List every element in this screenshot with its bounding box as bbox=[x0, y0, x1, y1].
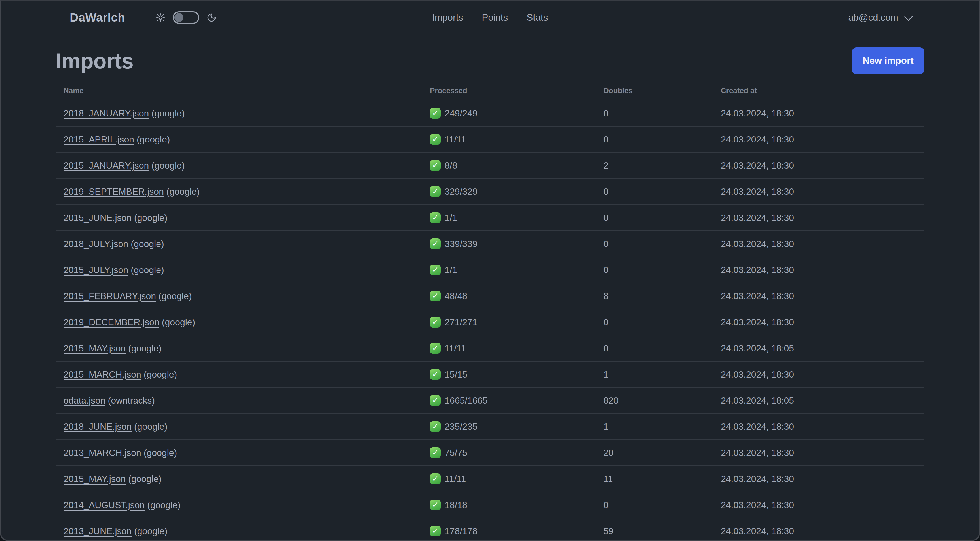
doubles-count: 820 bbox=[595, 396, 713, 406]
name-cell: 2013_JUNE.json (google) bbox=[56, 526, 422, 536]
success-check-icon: ✓ bbox=[430, 186, 441, 197]
user-menu[interactable]: ab@cd.com bbox=[848, 12, 911, 23]
created-at: 24.03.2024, 18:30 bbox=[713, 265, 924, 275]
import-source: (google) bbox=[144, 369, 177, 380]
name-cell: 2018_JANUARY.json (google) bbox=[56, 108, 422, 119]
created-at: 24.03.2024, 18:30 bbox=[713, 134, 924, 145]
import-file-link[interactable]: 2015_APRIL.json bbox=[64, 134, 134, 144]
processed-count: 271/271 bbox=[445, 317, 477, 327]
name-cell: 2013_MARCH.json (google) bbox=[56, 448, 422, 458]
success-check-icon: ✓ bbox=[430, 343, 441, 354]
doubles-count: 0 bbox=[595, 239, 713, 249]
import-file-link[interactable]: 2018_JUNE.json bbox=[64, 421, 132, 432]
processed-count: 178/178 bbox=[445, 526, 477, 536]
created-at: 24.03.2024, 18:30 bbox=[713, 212, 924, 223]
processed-count: 11/11 bbox=[445, 343, 466, 354]
import-file-link[interactable]: 2014_AUGUST.json bbox=[64, 500, 145, 510]
name-cell: 2015_MARCH.json (google) bbox=[56, 369, 422, 380]
name-cell: 2014_AUGUST.json (google) bbox=[56, 500, 422, 510]
success-check-icon: ✓ bbox=[430, 290, 441, 302]
import-source: (google) bbox=[131, 265, 164, 275]
processed-count: 339/339 bbox=[445, 239, 477, 249]
import-source: (google) bbox=[128, 474, 161, 484]
processed-cell: ✓ 249/249 bbox=[422, 108, 595, 119]
processed-count: 1665/1665 bbox=[445, 396, 487, 406]
import-file-link[interactable]: 2019_DECEMBER.json bbox=[64, 317, 159, 327]
import-source: (google) bbox=[151, 160, 185, 171]
processed-cell: ✓ 1/1 bbox=[422, 265, 595, 275]
new-import-button[interactable]: New import bbox=[852, 48, 924, 74]
name-cell: 2015_JANUARY.json (google) bbox=[56, 160, 422, 171]
doubles-count: 8 bbox=[595, 291, 713, 302]
import-source: (google) bbox=[147, 500, 180, 510]
import-file-link[interactable]: 2015_MAY.json bbox=[64, 474, 126, 484]
table-row: 2013_MARCH.json (google) ✓ 75/75 20 24.0… bbox=[56, 439, 924, 466]
table-row: 2018_JUNE.json (google) ✓ 235/235 1 24.0… bbox=[56, 413, 924, 439]
import-source: (google) bbox=[128, 343, 161, 353]
table-row: 2013_JUNE.json (google) ✓ 178/178 59 24.… bbox=[56, 518, 924, 541]
created-at: 24.03.2024, 18:30 bbox=[713, 526, 924, 536]
import-file-link[interactable]: 2019_SEPTEMBER.json bbox=[64, 187, 164, 197]
column-header-name: Name bbox=[56, 86, 422, 95]
import-file-link[interactable]: 2015_JANUARY.json bbox=[64, 160, 149, 171]
processed-cell: ✓ 18/18 bbox=[422, 500, 595, 510]
import-source: (google) bbox=[144, 448, 177, 458]
table-row: 2015_JULY.json (google) ✓ 1/1 0 24.03.20… bbox=[56, 257, 924, 283]
processed-cell: ✓ 178/178 bbox=[422, 526, 595, 536]
import-source: (google) bbox=[162, 317, 195, 327]
table-row: 2015_MARCH.json (google) ✓ 15/15 1 24.03… bbox=[56, 361, 924, 387]
processed-cell: ✓ 11/11 bbox=[422, 134, 595, 145]
import-source: (google) bbox=[167, 187, 200, 197]
table-row: 2018_JULY.json (google) ✓ 339/339 0 24.0… bbox=[56, 230, 924, 257]
created-at: 24.03.2024, 18:30 bbox=[713, 500, 924, 510]
processed-count: 8/8 bbox=[445, 160, 457, 171]
import-file-link[interactable]: 2018_JULY.json bbox=[64, 239, 128, 249]
theme-toggle bbox=[156, 11, 216, 24]
nav-link[interactable]: Points bbox=[482, 12, 508, 23]
table-row: 2015_JANUARY.json (google) ✓ 8/8 2 24.03… bbox=[56, 152, 924, 178]
created-at: 24.03.2024, 18:30 bbox=[713, 291, 924, 302]
theme-switch[interactable] bbox=[173, 11, 199, 24]
import-file-link[interactable]: odata.json bbox=[64, 396, 105, 405]
brand-logo[interactable]: DaWarIch bbox=[70, 11, 125, 24]
processed-cell: ✓ 271/271 bbox=[422, 317, 595, 327]
table-row: 2014_AUGUST.json (google) ✓ 18/18 0 24.0… bbox=[56, 492, 924, 518]
table-row: 2015_FEBRUARY.json (google) ✓ 48/48 8 24… bbox=[56, 283, 924, 309]
import-file-link[interactable]: 2015_MARCH.json bbox=[64, 369, 141, 380]
nav-links: Imports Points Stats bbox=[432, 1, 548, 34]
nav-link[interactable]: Imports bbox=[432, 12, 463, 23]
success-check-icon: ✓ bbox=[430, 160, 441, 171]
processed-count: 11/11 bbox=[445, 134, 466, 145]
navbar: DaWarIch bbox=[1, 1, 979, 34]
nav-link[interactable]: Stats bbox=[527, 12, 548, 23]
doubles-count: 2 bbox=[595, 160, 713, 171]
processed-count: 1/1 bbox=[445, 212, 457, 223]
created-at: 24.03.2024, 18:30 bbox=[713, 160, 924, 171]
import-file-link[interactable]: 2013_MARCH.json bbox=[64, 448, 141, 458]
created-at: 24.03.2024, 18:30 bbox=[713, 448, 924, 458]
import-file-link[interactable]: 2015_MAY.json bbox=[64, 343, 126, 353]
name-cell: 2018_JUNE.json (google) bbox=[56, 421, 422, 432]
processed-count: 1/1 bbox=[445, 265, 457, 275]
created-at: 24.03.2024, 18:05 bbox=[713, 343, 924, 354]
column-header-processed: Processed bbox=[422, 86, 595, 95]
import-file-link[interactable]: 2015_JULY.json bbox=[64, 265, 128, 275]
import-source: (google) bbox=[137, 134, 170, 144]
import-file-link[interactable]: 2015_JUNE.json bbox=[64, 212, 132, 223]
created-at: 24.03.2024, 18:30 bbox=[713, 474, 924, 484]
processed-cell: ✓ 48/48 bbox=[422, 290, 595, 302]
processed-count: 18/18 bbox=[445, 500, 467, 510]
processed-cell: ✓ 329/329 bbox=[422, 186, 595, 197]
name-cell: odata.json (owntracks) bbox=[56, 396, 422, 406]
doubles-count: 0 bbox=[595, 317, 713, 327]
theme-switch-knob bbox=[174, 13, 183, 22]
import-file-link[interactable]: 2015_FEBRUARY.json bbox=[64, 291, 156, 301]
import-file-link[interactable]: 2018_JANUARY.json bbox=[64, 108, 149, 118]
processed-cell: ✓ 11/11 bbox=[422, 343, 595, 354]
doubles-count: 0 bbox=[595, 500, 713, 510]
created-at: 24.03.2024, 18:30 bbox=[713, 239, 924, 249]
import-file-link[interactable]: 2013_JUNE.json bbox=[64, 526, 132, 536]
app-window: DaWarIch bbox=[0, 0, 980, 541]
name-cell: 2015_FEBRUARY.json (google) bbox=[56, 291, 422, 302]
doubles-count: 0 bbox=[595, 187, 713, 197]
